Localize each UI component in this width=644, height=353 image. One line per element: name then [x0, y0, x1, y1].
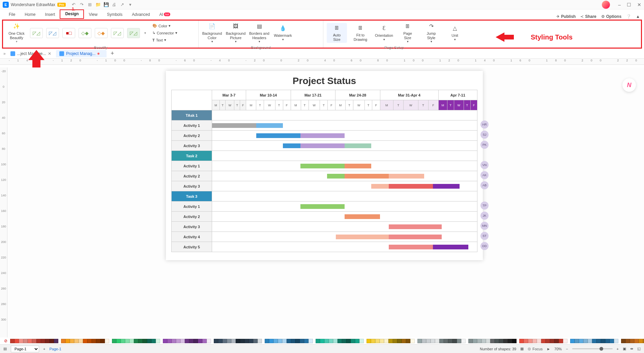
fit-to-drawing-button[interactable]: 🗏Fit to Drawing: [350, 24, 371, 42]
user-avatar-icon[interactable]: [602, 1, 610, 9]
color-swatch[interactable]: [180, 339, 185, 343]
color-swatch[interactable]: [134, 339, 138, 343]
floating-brand-icon[interactable]: N: [622, 78, 636, 92]
zoom-slider[interactable]: [572, 348, 613, 349]
color-swatch[interactable]: [185, 339, 189, 343]
color-swatch[interactable]: [639, 339, 643, 343]
color-swatch[interactable]: [218, 339, 223, 343]
color-swatch[interactable]: [227, 339, 231, 343]
color-swatch[interactable]: [546, 339, 550, 343]
color-swatch[interactable]: [435, 339, 439, 343]
color-swatch[interactable]: [41, 339, 45, 343]
color-swatch[interactable]: [278, 339, 282, 343]
menu-insert[interactable]: Insert: [40, 11, 60, 19]
gantt-bar[interactable]: [345, 174, 389, 179]
color-swatch[interactable]: [87, 339, 92, 343]
color-swatch[interactable]: [112, 339, 116, 343]
add-page-button[interactable]: +: [43, 347, 45, 351]
active-page-label[interactable]: Page-1: [49, 347, 61, 351]
color-swatch[interactable]: [457, 339, 461, 343]
color-swatch[interactable]: [61, 339, 65, 343]
new-icon[interactable]: ⊞: [86, 1, 94, 8]
color-swatch[interactable]: [194, 339, 198, 343]
color-swatch[interactable]: [605, 339, 610, 343]
color-swatch[interactable]: [32, 339, 36, 343]
gantt-bar[interactable]: [283, 143, 300, 148]
color-swatch[interactable]: [156, 339, 160, 343]
color-swatch[interactable]: [83, 339, 87, 343]
style-preset-7[interactable]: ◸◿: [127, 28, 140, 38]
color-swatch[interactable]: [563, 339, 567, 343]
color-swatch[interactable]: [499, 339, 503, 343]
color-swatch[interactable]: [338, 339, 342, 343]
color-swatch[interactable]: [410, 339, 415, 343]
color-swatch[interactable]: [309, 339, 313, 343]
color-swatch[interactable]: [23, 339, 28, 343]
gantt-bar[interactable]: [389, 235, 442, 239]
color-swatch[interactable]: [65, 339, 70, 343]
color-swatch[interactable]: [477, 339, 481, 343]
jump-style-button[interactable]: ↷Jump Style▾: [421, 23, 441, 44]
color-swatch[interactable]: [54, 339, 58, 343]
color-swatch[interactable]: [588, 339, 592, 343]
color-swatch[interactable]: [495, 339, 499, 343]
color-swatch[interactable]: [359, 339, 364, 343]
color-swatch[interactable]: [19, 339, 23, 343]
maximize-icon[interactable]: ☐: [627, 2, 631, 7]
color-swatch[interactable]: [550, 339, 554, 343]
color-swatch[interactable]: [570, 339, 575, 343]
color-swatch[interactable]: [371, 339, 375, 343]
color-swatch[interactable]: [406, 339, 410, 343]
redo-icon[interactable]: ↷: [78, 1, 86, 8]
doc-tab-2[interactable]: Project Manag...: [56, 50, 107, 57]
style-preset-4[interactable]: ◇◆: [79, 28, 91, 38]
gantt-bar[interactable]: [327, 174, 345, 179]
color-swatch[interactable]: [258, 339, 262, 343]
no-fill-icon[interactable]: ⊘: [4, 338, 7, 343]
gantt-bar[interactable]: [389, 224, 442, 229]
close-icon[interactable]: ✕: [637, 2, 641, 7]
assignee-avatar[interactable]: MN: [480, 222, 489, 230]
color-swatch[interactable]: [100, 339, 105, 343]
color-swatch[interactable]: [490, 339, 495, 343]
publish-button[interactable]: ✈ Publish: [556, 14, 576, 19]
color-swatch[interactable]: [36, 339, 41, 343]
gantt-bar[interactable]: [389, 184, 433, 189]
color-swatch[interactable]: [554, 339, 559, 343]
connector-dropdown[interactable]: ↳Connector▾: [152, 30, 177, 36]
menu-file[interactable]: File: [4, 11, 20, 19]
color-swatch[interactable]: [333, 339, 338, 343]
gantt-bar[interactable]: [256, 133, 300, 138]
color-swatch[interactable]: [50, 339, 54, 343]
background-picture-button[interactable]: 🖼Background Picture▾: [226, 23, 246, 44]
color-swatch[interactable]: [291, 339, 295, 343]
color-swatch[interactable]: [14, 339, 19, 343]
collapse-ribbon-icon[interactable]: ▲: [636, 14, 640, 19]
color-swatch[interactable]: [512, 339, 517, 343]
color-swatch[interactable]: [320, 339, 324, 343]
color-swatch[interactable]: [249, 339, 253, 343]
menu-symbols[interactable]: Symbols: [102, 11, 127, 19]
color-swatch[interactable]: [583, 339, 588, 343]
color-swatch[interactable]: [426, 339, 431, 343]
borders-headers-button[interactable]: ▤Borders and Headers▾: [249, 23, 269, 44]
color-swatch[interactable]: [304, 339, 309, 343]
color-swatch[interactable]: [167, 339, 172, 343]
export-icon[interactable]: ↗: [118, 1, 126, 8]
print-icon[interactable]: 🖨: [110, 1, 118, 8]
layers-icon[interactable]: ▦: [520, 347, 524, 351]
color-swatch[interactable]: [295, 339, 300, 343]
color-swatch[interactable]: [559, 339, 563, 343]
color-swatch[interactable]: [422, 339, 426, 343]
gantt-bar[interactable]: [300, 133, 345, 138]
color-swatch[interactable]: [528, 339, 532, 343]
color-swatch[interactable]: [541, 339, 546, 343]
menu-ai[interactable]: AIhot: [155, 11, 175, 19]
color-swatch[interactable]: [575, 339, 579, 343]
color-swatch[interactable]: [473, 339, 477, 343]
assignee-avatar[interactable]: AB: [480, 181, 489, 189]
color-swatch[interactable]: [287, 339, 291, 343]
gantt-bar[interactable]: [345, 164, 371, 168]
focus-button[interactable]: ◎ Focus: [528, 347, 543, 351]
watermark-button[interactable]: 💧Watermark▾: [273, 25, 293, 41]
